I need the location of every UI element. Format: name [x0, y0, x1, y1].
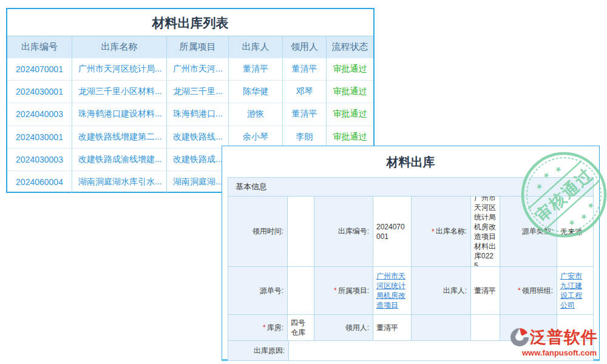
fanpu-logo-icon [509, 327, 530, 348]
cell-outbound-id[interactable]: 2024030001 [7, 126, 72, 148]
cell-status: 审批通过 [326, 103, 373, 125]
field-value-source-type: 无来源 [557, 197, 592, 266]
col-header-project: 所属项目 [166, 36, 228, 58]
cell-status: 审批通过 [326, 126, 373, 148]
cell-outbound-id[interactable]: 2024060004 [7, 170, 72, 193]
field-label-outbound-name: * 出库名称: [411, 197, 470, 266]
field-label-outbound-reason: 出库原因: [228, 341, 288, 360]
cell-outbound-id[interactable]: 2024030001 [7, 80, 72, 103]
field-value-source-no[interactable] [287, 267, 314, 314]
col-header-outbound-name: 出库名称 [72, 36, 166, 58]
field-label-receive-time: 领用时间: [228, 197, 287, 266]
cell-outbound-id[interactable]: 2024040003 [7, 103, 72, 125]
cell-outbound-name[interactable]: 湖南洞庭湖水库引水... [72, 170, 166, 193]
cell-status: 审批通过 [326, 80, 373, 103]
cell-person: 陈华健 [228, 80, 282, 103]
vendor-name: 泛普软件 [530, 329, 598, 346]
field-label-warehouse: * 库房: [228, 315, 287, 340]
cell-outbound-name[interactable]: 改建铁路成渝线增建... [72, 148, 166, 170]
field-label-receiver: 领用人: [314, 315, 373, 340]
field-value-warehouse: 四号仓库 [287, 315, 314, 340]
cell-project[interactable]: 广州市天河... [166, 58, 228, 80]
form-row: 领用时间: 出库编号: 2024070001 * 出库名称: 广州市天河区统计局… [228, 196, 593, 266]
cell-outbound-name[interactable]: 龙湖三千里小区材料... [72, 80, 166, 103]
field-value-outbound-person: 董清平 [470, 267, 500, 314]
cell-status: 审批通过 [326, 58, 373, 80]
required-star: * [518, 286, 521, 295]
vendor-url[interactable]: www.fanpusoft.com [509, 349, 598, 357]
cell-outbound-id[interactable]: 2024070001 [7, 58, 72, 80]
cell-project[interactable]: 改建铁路成... [166, 148, 228, 170]
cell-outbound-name[interactable]: 改建铁路线增建第二... [72, 126, 166, 148]
cell-receiver: 董清平 [282, 58, 326, 80]
field-value-receiver: 董清平 [373, 315, 411, 340]
required-star: * [334, 286, 337, 295]
material-outbound-detail-modal: 材料出库 基本信息 领用时间: 出库编号: 2024070001 * 出库名称:… [222, 146, 600, 361]
table-row: 2024070001 广州市天河区统计局... 广州市天河... 董清平 董清平… [7, 58, 373, 80]
cell-receiver: 邓琴 [282, 80, 326, 103]
field-value-receive-team-link[interactable]: 广安市九江建设工程公司 [557, 267, 592, 314]
col-header-receiver: 领用人 [282, 36, 326, 58]
modal-title: 材料出库 [222, 146, 599, 177]
field-value-outbound-name[interactable]: 广州市天河区统计局机房改造项目材料出库0225 [470, 197, 500, 266]
list-title: 材料出库列表 [7, 9, 373, 36]
empty-label-cell [411, 315, 470, 340]
col-header-status: 流程状态 [326, 36, 373, 58]
field-label-outbound-id: 出库编号: [314, 197, 373, 266]
col-header-outbound-id: 出库编号 [7, 36, 72, 58]
table-row: 2024040003 珠海鹤港口建设材料... 珠海鹤港口... 游恢 董清平 … [7, 103, 373, 125]
cell-outbound-id[interactable]: 2024030003 [7, 148, 72, 170]
section-header-basic-info: 基本信息 [228, 178, 593, 196]
field-value-outbound-id: 2024070001 [373, 197, 411, 266]
cell-outbound-name[interactable]: 珠海鹤港口建设材料... [72, 103, 166, 125]
cell-project[interactable]: 改建铁路线... [166, 126, 228, 148]
field-value-receive-time[interactable] [287, 197, 314, 266]
table-row: 2024030001 改建铁路线增建第二... 改建铁路线... 余小琴 李朗 … [7, 126, 373, 148]
cell-receiver: 李朗 [282, 126, 326, 148]
cell-person: 游恢 [228, 103, 282, 125]
cell-receiver: 董清平 [282, 103, 326, 125]
cell-person: 董清平 [228, 58, 282, 80]
field-label-receive-team: * 领用班组: [500, 267, 557, 314]
cell-project[interactable]: 湖南洞庭湖... [166, 170, 228, 193]
cell-person: 余小琴 [228, 126, 282, 148]
cell-outbound-name[interactable]: 广州市天河区统计局... [72, 58, 166, 80]
required-star: * [432, 228, 435, 236]
vendor-logo: 泛普软件 www.fanpusoft.com [509, 327, 598, 357]
field-label-source-type: 源单类型: [500, 197, 557, 266]
list-header-row: 出库编号 出库名称 所属项目 出库人 领用人 流程状态 [7, 36, 373, 58]
cell-project[interactable]: 珠海鹤港口... [166, 103, 228, 125]
field-label-source-no: 源单号: [228, 267, 287, 314]
table-row: 2024030001 龙湖三千里小区材料... 龙湖三千里... 陈华健 邓琴 … [7, 80, 373, 103]
form-row: 源单号: * 所属项目: 广州市天河区统计局机房改造项目 出库人: 董清平 * … [228, 266, 593, 314]
empty-value-cell [470, 315, 500, 340]
col-header-person: 出库人 [228, 36, 282, 58]
field-label-outbound-person: 出库人: [411, 267, 470, 314]
required-star: * [263, 323, 266, 332]
cell-project[interactable]: 龙湖三千里... [166, 80, 228, 103]
field-value-project-link[interactable]: 广州市天河区统计局机房改造项目 [373, 267, 411, 314]
field-label-project: * 所属项目: [314, 267, 373, 314]
